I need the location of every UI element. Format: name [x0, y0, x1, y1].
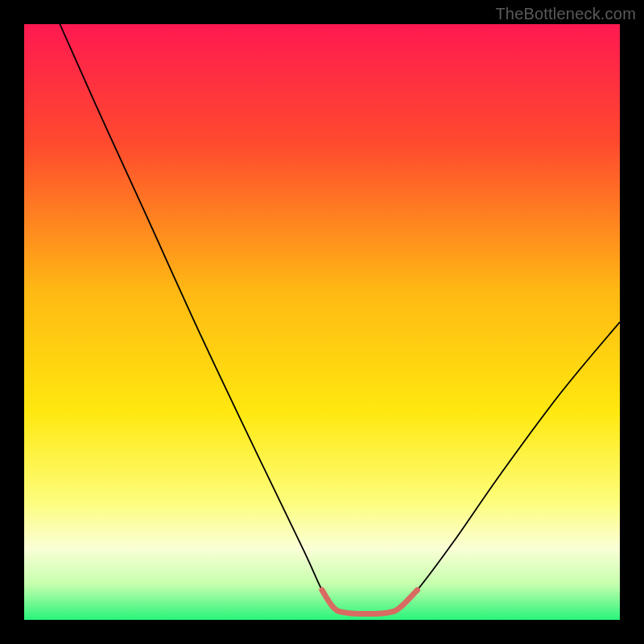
watermark-label: TheBottleneck.com	[495, 5, 636, 23]
chart-svg	[24, 24, 620, 620]
plot-area	[24, 24, 620, 620]
gradient-background	[24, 24, 620, 620]
stage: TheBottleneck.com	[0, 0, 644, 644]
